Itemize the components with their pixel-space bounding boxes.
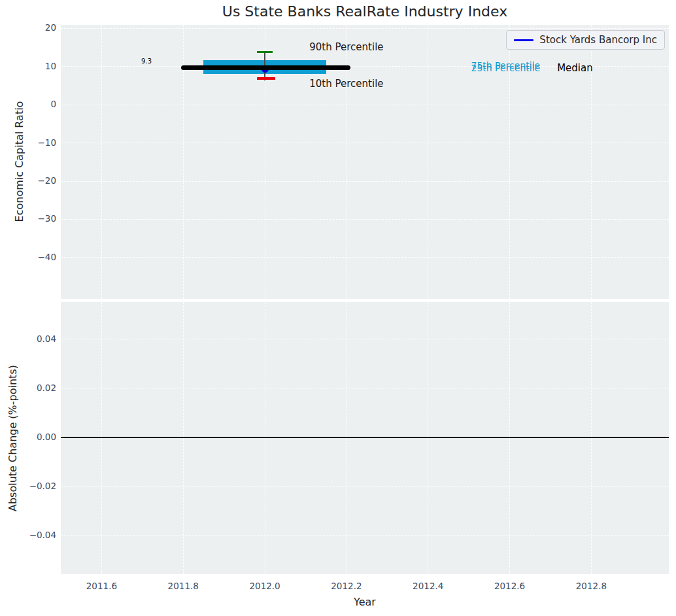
bottom-y-tick-label: −0.02 — [0, 481, 56, 491]
annotation: 25th Percentile — [471, 63, 540, 73]
x-tick-label: 2012.0 — [237, 581, 292, 591]
y-gridline — [61, 535, 669, 536]
bottom-plot-area — [61, 302, 669, 574]
y-gridline — [61, 339, 669, 339]
bottom-y-tick-label: 0.04 — [0, 334, 56, 344]
y-gridline — [61, 388, 669, 388]
x-gridline — [346, 302, 346, 574]
median-line — [181, 65, 350, 70]
figure: Us State Banks RealRate Industry Index E… — [0, 0, 676, 616]
10th-percentile-cap — [257, 77, 275, 80]
y-gridline — [61, 28, 669, 29]
annotation: Median — [557, 62, 593, 74]
legend-line-sample — [514, 39, 533, 41]
90th-percentile-cap — [257, 51, 273, 54]
x-gridline — [265, 302, 265, 574]
bottom-y-tick-label: −0.04 — [0, 530, 56, 540]
bottom-y-tick-label: 0.00 — [0, 432, 56, 442]
zero-line — [61, 437, 669, 438]
top-y-tick-label: −30 — [0, 213, 56, 224]
x-tick-label: 2011.8 — [156, 581, 211, 591]
top-y-tick-label: 10 — [0, 61, 56, 71]
x-gridline — [428, 302, 428, 574]
legend-label: Stock Yards Bancorp Inc — [539, 34, 657, 46]
top-y-axis-label: Economic Capital Ratio — [13, 101, 25, 222]
top-y-tick-label: 20 — [0, 22, 56, 33]
bottom-y-tick-label: 0.02 — [0, 383, 56, 393]
x-gridline — [509, 302, 510, 574]
x-tick-label: 2012.4 — [401, 581, 456, 591]
top-y-tick-label: 0 — [0, 99, 56, 109]
legend: Stock Yards Bancorp Inc — [506, 30, 665, 50]
x-tick-label: 2011.6 — [74, 581, 129, 591]
annotation: 10th Percentile — [309, 78, 383, 90]
y-gridline — [61, 143, 669, 143]
y-gridline — [61, 486, 669, 487]
x-gridline — [101, 302, 102, 574]
y-gridline — [61, 105, 669, 105]
x-tick-label: 2012.8 — [564, 581, 618, 591]
x-axis-label: Year — [354, 596, 376, 608]
annotation: 9.3 — [141, 57, 152, 64]
top-y-tick-label: −40 — [0, 252, 56, 262]
y-gridline — [61, 219, 669, 220]
chart-title: Us State Banks RealRate Industry Index — [222, 3, 507, 20]
top-y-tick-label: −10 — [0, 137, 56, 148]
top-plot-area: Stock Yards Bancorp Inc 9.390th Percenti… — [61, 25, 669, 299]
x-tick-label: 2012.2 — [319, 581, 374, 591]
top-y-tick-label: −20 — [0, 175, 56, 186]
x-gridline — [591, 302, 592, 574]
x-gridline — [183, 302, 184, 574]
x-tick-label: 2012.6 — [482, 581, 537, 591]
y-gridline — [61, 181, 669, 182]
annotation: 90th Percentile — [309, 41, 383, 53]
y-gridline — [61, 257, 669, 258]
